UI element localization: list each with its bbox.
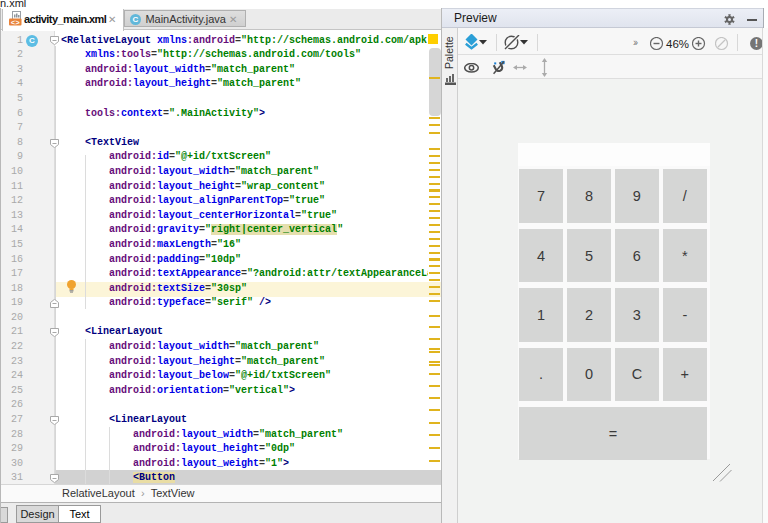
svg-text:<>: <> [11, 19, 21, 27]
